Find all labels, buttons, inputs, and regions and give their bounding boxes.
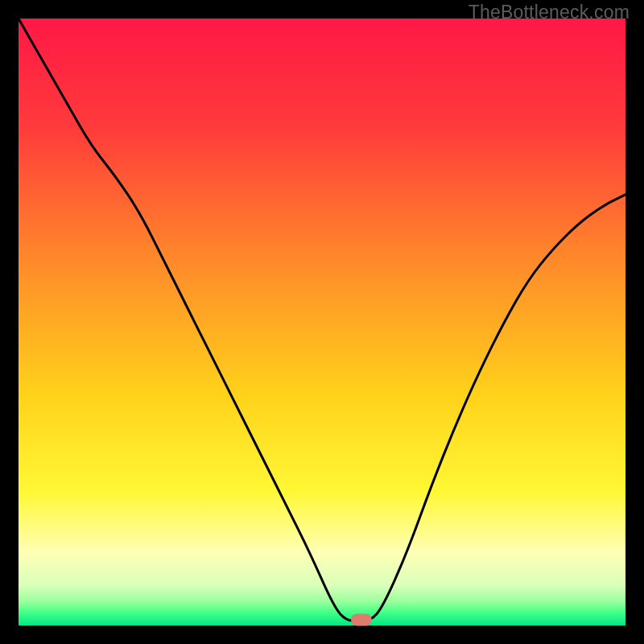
watermark-text: TheBottleneck.com	[469, 2, 630, 23]
chart-frame: TheBottleneck.com	[0, 0, 644, 644]
bottleneck-curve	[19, 19, 625, 625]
optimal-marker	[351, 614, 372, 626]
plot-area	[19, 19, 625, 625]
